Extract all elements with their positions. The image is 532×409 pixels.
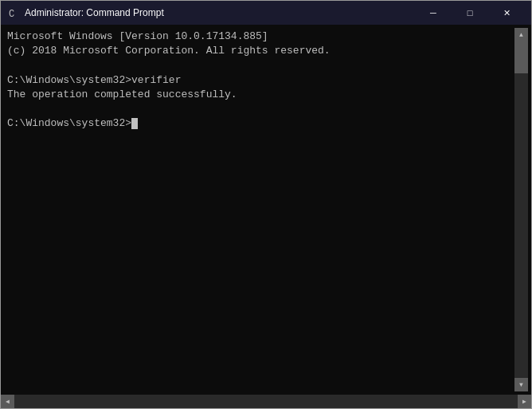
terminal-output: Microsoft Windows [Version 10.0.17134.88… bbox=[7, 29, 511, 131]
terminal-body[interactable]: Microsoft Windows [Version 10.0.17134.88… bbox=[1, 25, 531, 395]
window-title: Administrator: Command Prompt bbox=[25, 7, 164, 18]
scroll-right-button[interactable]: ▶ bbox=[518, 395, 531, 408]
line4: C:\Windows\system32>verifier bbox=[7, 74, 181, 86]
cursor bbox=[131, 118, 138, 129]
cmd-icon: C bbox=[7, 6, 20, 19]
scroll-up-button[interactable]: ▲ bbox=[514, 28, 528, 41]
line5: The operation completed successfully. bbox=[7, 88, 237, 100]
cmd-window: C Administrator: Command Prompt ─ □ ✕ Mi… bbox=[0, 0, 532, 409]
scroll-left-button[interactable]: ◀ bbox=[1, 395, 14, 408]
vertical-scrollbar[interactable]: ▲ ▼ bbox=[514, 28, 528, 391]
line7: C:\Windows\system32> bbox=[7, 117, 131, 129]
close-button[interactable]: ✕ bbox=[488, 1, 525, 25]
horizontal-scroll-track[interactable] bbox=[14, 395, 518, 408]
svg-text:C: C bbox=[9, 9, 14, 19]
title-bar: C Administrator: Command Prompt ─ □ ✕ bbox=[1, 1, 531, 25]
scroll-thumb[interactable] bbox=[514, 41, 528, 73]
title-bar-left: C Administrator: Command Prompt bbox=[7, 6, 164, 19]
line1: Microsoft Windows [Version 10.0.17134.88… bbox=[7, 30, 268, 42]
terminal-content: Microsoft Windows [Version 10.0.17134.88… bbox=[4, 28, 514, 391]
line2: (c) 2018 Microsoft Corporation. All righ… bbox=[7, 45, 331, 57]
title-buttons: ─ □ ✕ bbox=[415, 1, 525, 25]
minimize-button[interactable]: ─ bbox=[415, 1, 452, 25]
scroll-down-button[interactable]: ▼ bbox=[514, 378, 528, 391]
horizontal-scrollbar[interactable]: ◀ ▶ bbox=[1, 395, 531, 408]
maximize-button[interactable]: □ bbox=[452, 1, 488, 25]
scroll-track[interactable] bbox=[514, 41, 528, 378]
